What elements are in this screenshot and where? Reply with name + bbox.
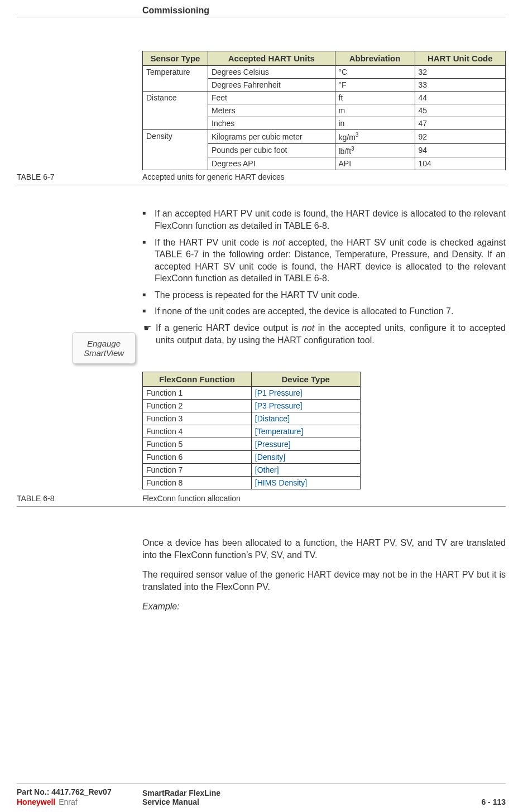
table-row: Function 5[Pressure] — [143, 438, 361, 451]
cell-device-type: [P3 Pressure] — [251, 400, 360, 412]
caption-label: TABLE 6-8 — [17, 494, 142, 503]
pointer-note: If a generic HART device output is not i… — [143, 322, 506, 346]
cell-abbrev: in — [335, 117, 415, 130]
footer-logo: Honeywell Enraf — [17, 797, 142, 806]
caption-text: Accepted units for generic HART devices — [142, 172, 285, 181]
cell-sensor: Temperature — [143, 66, 208, 92]
page-footer: Part No.: 4417.762_Rev07 Honeywell Enraf… — [17, 784, 506, 806]
cell-unit: Degrees Fahrenheit — [208, 79, 335, 92]
th-accepted-units: Accepted HART Units — [208, 51, 335, 66]
cell-sensor: Distance — [143, 92, 208, 130]
footer-title: SmartRadar FlexLine — [142, 789, 220, 797]
cell-code: 44 — [415, 92, 506, 104]
table-row: Function 2[P3 Pressure] — [143, 400, 361, 412]
cell-abbrev: kg/m3 — [335, 130, 415, 144]
cell-device-type: [Density] — [251, 451, 360, 464]
caption-text: FlexConn function allocation — [142, 494, 241, 503]
cell-device-type: [Temperature] — [251, 425, 360, 438]
table-row: DensityKilograms per cubic meterkg/m392 — [143, 130, 506, 144]
cell-code: 32 — [415, 66, 506, 79]
cell-function: Function 1 — [143, 387, 252, 400]
cell-function: Function 4 — [143, 425, 252, 438]
table-row: Function 1[P1 Pressure] — [143, 387, 361, 400]
cell-abbrev: lb/ft3 — [335, 143, 415, 157]
cell-unit: Feet — [208, 92, 335, 104]
list-item: The process is repeated for the HART TV … — [142, 289, 506, 301]
cell-unit: Pounds per cubic foot — [208, 143, 335, 157]
table-row: DistanceFeetft44 — [143, 92, 506, 104]
cell-function: Function 6 — [143, 451, 252, 464]
cell-abbrev: °F — [335, 79, 415, 92]
footer-subtitle: Service Manual — [142, 797, 220, 806]
cell-unit: Meters — [208, 104, 335, 117]
img-line-2: SmartView — [84, 348, 124, 358]
th-sensor-type: Sensor Type — [143, 51, 208, 66]
table-row: Function 8[HIMS Density] — [143, 477, 361, 489]
paragraph: Once a device has been allocated to a fu… — [142, 537, 506, 561]
list-item: If none of the unit codes are accepted, … — [142, 305, 506, 318]
table-row: TemperatureDegrees Celsius°C32 — [143, 66, 506, 79]
cell-sensor: Density — [143, 130, 208, 170]
cell-function: Function 7 — [143, 464, 252, 477]
cell-abbrev: °C — [335, 66, 415, 79]
table-6-7-caption: TABLE 6-7 Accepted units for generic HAR… — [17, 170, 506, 185]
example-label: Example: — [142, 600, 506, 613]
cell-device-type: [P1 Pressure] — [251, 387, 360, 400]
footer-page-number: 6 - 113 — [481, 797, 506, 806]
cell-abbrev: m — [335, 104, 415, 117]
footer-part-no: Part No.: 4417.762_Rev07 — [17, 787, 142, 796]
cell-unit: Degrees Celsius — [208, 66, 335, 79]
table-row: Function 6[Density] — [143, 451, 361, 464]
cell-unit: Kilograms per cubic meter — [208, 130, 335, 144]
cell-device-type: [HIMS Density] — [251, 477, 360, 489]
cell-code: 104 — [415, 157, 506, 170]
table-row: Function 4[Temperature] — [143, 425, 361, 438]
header-title: Commissioning — [142, 6, 209, 16]
cell-unit: Degrees API — [208, 157, 335, 170]
cell-code: 47 — [415, 117, 506, 130]
bullet-list: If an accepted HART PV unit code is foun… — [142, 208, 506, 318]
cell-abbrev: API — [335, 157, 415, 170]
table-6-8: FlexConn Function Device Type Function 1… — [142, 372, 361, 489]
cell-device-type: [Other] — [251, 464, 360, 477]
th-flexconn-function: FlexConn Function — [143, 372, 252, 387]
list-item: If an accepted HART PV unit code is foun… — [142, 208, 506, 232]
enraf-logo-text: Enraf — [59, 797, 77, 806]
engauge-smartview-image: Engauge SmartView — [72, 332, 136, 364]
honeywell-logo-text: Honeywell — [17, 797, 55, 806]
th-abbrev: Abbreviation — [335, 51, 415, 66]
cell-device-type: [Distance] — [251, 412, 360, 425]
th-hart-code: HART Unit Code — [415, 51, 506, 66]
list-item: If the HART PV unit code is not accepted… — [142, 237, 506, 285]
table-row: Function 7[Other] — [143, 464, 361, 477]
page-header: Commissioning — [17, 6, 506, 17]
table-6-7: Sensor Type Accepted HART Units Abbrevia… — [142, 51, 506, 170]
th-device-type: Device Type — [251, 372, 360, 387]
cell-function: Function 2 — [143, 400, 252, 412]
cell-code: 94 — [415, 143, 506, 157]
table-row: Function 3[Distance] — [143, 412, 361, 425]
cell-code: 92 — [415, 130, 506, 144]
cell-abbrev: ft — [335, 92, 415, 104]
cell-code: 33 — [415, 79, 506, 92]
img-line-1: Engauge — [87, 339, 121, 348]
table-6-8-caption: TABLE 6-8 FlexConn function allocation — [17, 492, 506, 507]
cell-function: Function 8 — [143, 477, 252, 489]
cell-unit: Inches — [208, 117, 335, 130]
cell-device-type: [Pressure] — [251, 438, 360, 451]
cell-function: Function 3 — [143, 412, 252, 425]
paragraph: The required sensor value of the generic… — [142, 569, 506, 593]
cell-function: Function 5 — [143, 438, 252, 451]
caption-label: TABLE 6-7 — [17, 172, 142, 181]
cell-code: 45 — [415, 104, 506, 117]
